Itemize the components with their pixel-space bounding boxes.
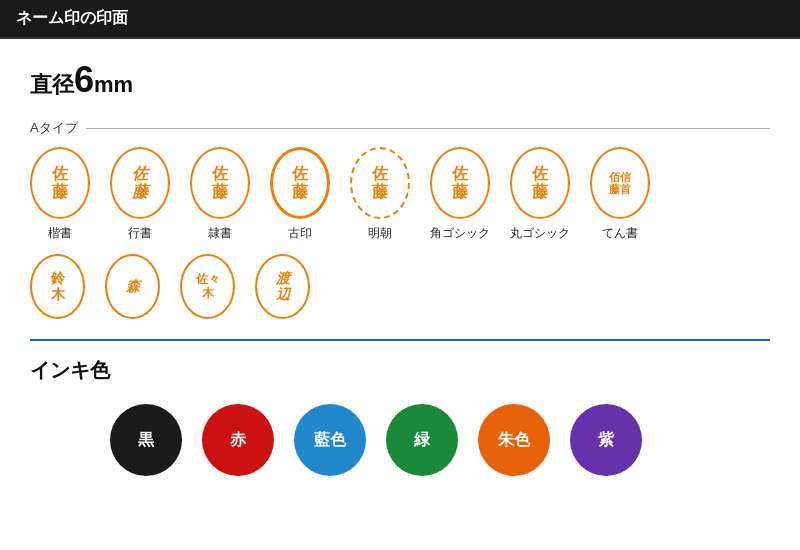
stamp-tensho: 佰信藤首 てん書	[590, 147, 650, 242]
color-blue: 藍色	[294, 404, 366, 476]
stamp-oval-koin: 佐藤	[270, 147, 330, 219]
stamp-sasaki: 佐々木	[180, 254, 235, 319]
stamp-suzuki: 鈴木	[30, 254, 85, 319]
stamp-oval-reisho: 佐藤	[190, 147, 250, 219]
stamp-label-kaku: 角ゴシック	[430, 225, 490, 242]
stamp-oval-watanabe: 渡辺	[255, 254, 310, 319]
color-red: 赤	[202, 404, 274, 476]
stamp-kaisho: 佐藤 楷書	[30, 147, 90, 242]
stamp-label-reisho: 隷書	[208, 225, 232, 242]
color-green: 緑	[386, 404, 458, 476]
stamp-oval-mori: 森	[105, 254, 160, 319]
stamp-gyosho: 佐藤 行書	[110, 147, 170, 242]
stamp-label-kaisho: 楷書	[48, 225, 72, 242]
color-purple-label: 紫	[598, 430, 614, 451]
stamp-oval-mincho: 佐藤	[350, 147, 410, 219]
color-vermilion: 朱色	[478, 404, 550, 476]
header-title: ネーム印の印面	[16, 9, 128, 26]
stamp-reisho: 佐藤 隷書	[190, 147, 250, 242]
color-black-label: 黒	[138, 430, 154, 451]
stamp-oval-kaisho: 佐藤	[30, 147, 90, 219]
stamp-label-mincho: 明朝	[368, 225, 392, 242]
stamp-label-gyosho: 行書	[128, 225, 152, 242]
stamp-watanabe: 渡辺	[255, 254, 310, 319]
color-green-label: 緑	[414, 430, 430, 451]
stamps-row-2: 鈴木 森 佐々木 渡辺	[30, 254, 770, 319]
color-black: 黒	[110, 404, 182, 476]
stamp-oval-kaku: 佐藤	[430, 147, 490, 219]
stamp-koin: 佐藤 古印	[270, 147, 330, 242]
stamp-label-koin: 古印	[288, 225, 312, 242]
stamp-oval-gyosho: 佐藤	[110, 147, 170, 219]
stamp-maru: 佐藤 丸ゴシック	[510, 147, 570, 242]
main-content: 直径6mm Aタイプ 佐藤 楷書 佐藤 行書 佐藤 隷書 佐藤	[0, 39, 800, 496]
stamp-mori: 森	[105, 254, 160, 319]
color-blue-label: 藍色	[314, 430, 346, 451]
stamp-oval-maru: 佐藤	[510, 147, 570, 219]
stamp-oval-sasaki: 佐々木	[180, 254, 235, 319]
page-header: ネーム印の印面	[0, 0, 800, 39]
stamp-label-maru: 丸ゴシック	[510, 225, 570, 242]
color-purple: 紫	[570, 404, 642, 476]
stamp-mincho: 佐藤 明朝	[350, 147, 410, 242]
stamp-oval-tensho: 佰信藤首	[590, 147, 650, 219]
stamps-row-1: 佐藤 楷書 佐藤 行書 佐藤 隷書 佐藤 古印 佐藤 明朝	[30, 147, 770, 242]
color-red-label: 赤	[230, 430, 246, 451]
section-divider	[30, 339, 770, 341]
section-a-label: Aタイプ	[30, 119, 770, 137]
color-circles: 黒 赤 藍色 緑 朱色 紫	[110, 404, 770, 476]
ink-section-title: インキ色	[30, 357, 770, 384]
stamp-label-tensho: てん書	[602, 225, 638, 242]
color-vermilion-label: 朱色	[498, 430, 530, 451]
diameter-label: 直径6mm	[30, 59, 770, 101]
stamp-kaku: 佐藤 角ゴシック	[430, 147, 490, 242]
stamp-oval-suzuki: 鈴木	[30, 254, 85, 319]
